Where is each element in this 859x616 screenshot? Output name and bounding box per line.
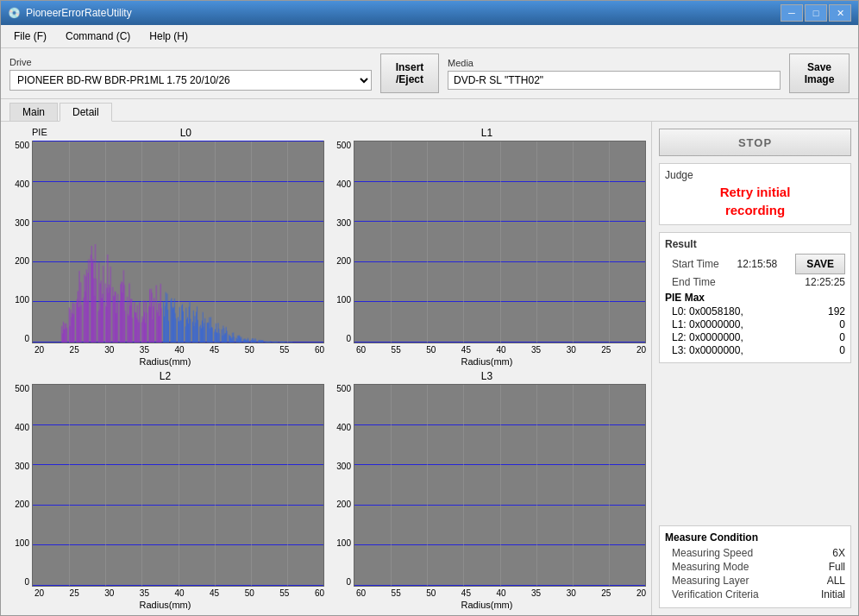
chart-l0: PIE L0 500 400 300 200 100 0 [6, 127, 324, 367]
chart-l1-plot [354, 141, 646, 343]
start-time-val: 12:15:58 [737, 258, 778, 270]
media-group: Media DVD-R SL "TTH02" [448, 58, 781, 90]
end-time-val: 12:25:25 [805, 276, 845, 288]
verification-criteria-key: Verification Criteria [665, 588, 759, 600]
pie-max-l2-row: L2: 0x0000000, 0 [665, 331, 845, 343]
end-time-row: End Time 12:25:25 [665, 276, 845, 288]
pie-max-l3-val: 0 [839, 344, 845, 356]
sidebar: STOP Judge Retry initialrecording Result… [651, 122, 858, 615]
media-label: Media [448, 58, 781, 68]
judge-label: Judge [665, 169, 845, 181]
measuring-layer-key: Measuring Layer [665, 575, 749, 587]
title-bar-left: 💿 PioneerErrorRateUtility [8, 7, 132, 19]
start-time-key: Start Time [665, 258, 719, 270]
measuring-speed-key: Measuring Speed [665, 547, 753, 559]
drive-label: Drive [9, 57, 372, 67]
chart-l1-x-label: Radius(mm) [328, 356, 646, 367]
measuring-speed-row: Measuring Speed 6X [665, 547, 845, 559]
chart-l0-x-label: Radius(mm) [6, 356, 324, 367]
measure-section: Measure Condition Measuring Speed 6X Mea… [659, 525, 851, 608]
media-value: DVD-R SL "TTH02" [448, 71, 781, 90]
menu-command[interactable]: Command (C) [56, 27, 140, 46]
start-time-row: Start Time 12:15:58 SAVE [665, 254, 845, 274]
pie-max-l3-row: L3: 0x0000000, 0 [665, 344, 845, 356]
chart-l3-x-axis: 60 55 50 45 40 35 30 25 20 [356, 588, 646, 598]
pie-max-l2-val: 0 [839, 331, 845, 343]
tab-detail[interactable]: Detail [60, 103, 112, 122]
chart-l1-x-axis-area: 60 55 50 45 40 35 30 25 20 [328, 345, 646, 355]
chart-l3-y-axis: 500 400 300 200 100 0 [328, 384, 354, 587]
chart-l2-title: L2 [6, 370, 324, 382]
minimize-button[interactable]: ─ [781, 4, 803, 22]
pie-max-l2-addr: L2: 0x0000000, [672, 331, 743, 343]
window-icon: 💿 [8, 7, 21, 19]
chart-l2-x-axis: 20 25 30 35 40 45 50 55 60 [34, 588, 324, 598]
menu-help[interactable]: Help (H) [140, 27, 198, 46]
chart-l3-x-label: Radius(mm) [328, 600, 646, 610]
judge-section: Judge Retry initialrecording [659, 163, 851, 225]
pie-max-l1-val: 0 [839, 318, 845, 330]
chart-l1-title: L1 [328, 127, 646, 139]
chart-l2-plot [32, 384, 324, 587]
judge-value: Retry initialrecording [665, 183, 845, 219]
chart-l2-x-label: Radius(mm) [6, 600, 324, 610]
pie-max-l0-addr: L0: 0x0058180, [672, 305, 743, 317]
main-window: 💿 PioneerErrorRateUtility ─ □ ✕ File (F)… [0, 0, 859, 616]
chart-l3-plot [354, 384, 646, 587]
title-bar-controls: ─ □ ✕ [781, 4, 851, 22]
result-label: Result [665, 238, 845, 250]
chart-l0-plot [32, 141, 324, 343]
chart-l0-title: PIE L0 [6, 127, 324, 139]
drive-group: Drive PIONEER BD-RW BDR-PR1ML 1.75 20/10… [9, 57, 372, 91]
menu-file[interactable]: File (F) [4, 27, 56, 46]
measuring-layer-val: ALL [827, 575, 845, 587]
maximize-button[interactable]: □ [805, 4, 827, 22]
result-section: Result Start Time 12:15:58 SAVE End Time… [659, 232, 851, 363]
menu-bar: File (F) Command (C) Help (H) [1, 25, 858, 48]
verification-criteria-val: Initial [821, 588, 845, 600]
chart-l0-canvas [33, 141, 323, 343]
toolbar: Drive PIONEER BD-RW BDR-PR1ML 1.75 20/10… [1, 48, 858, 99]
save-button[interactable]: SAVE [795, 254, 845, 274]
pie-max-l1-row: L1: 0x0000000, 0 [665, 318, 845, 330]
insert-eject-button[interactable]: Insert/Eject [380, 53, 439, 93]
charts-area: PIE L0 500 400 300 200 100 0 [1, 122, 651, 615]
chart-l2-inner: 500 400 300 200 100 0 [6, 384, 324, 587]
chart-l2-y-axis: 500 400 300 200 100 0 [6, 384, 32, 587]
chart-l3-title: L3 [328, 370, 646, 382]
chart-l3: L3 500 400 300 200 100 0 [328, 370, 646, 610]
end-time-key: End Time [665, 276, 716, 288]
measuring-mode-key: Measuring Mode [665, 561, 749, 573]
chart-l1-y-axis: 500 400 300 200 100 0 [328, 141, 354, 343]
chart-l3-inner: 500 400 300 200 100 0 [328, 384, 646, 587]
main-content: PIE L0 500 400 300 200 100 0 [1, 122, 858, 615]
tab-bar: Main Detail [1, 99, 858, 122]
chart-l1-inner: 500 400 300 200 100 0 [328, 141, 646, 343]
chart-l2: L2 500 400 300 200 100 0 [6, 370, 324, 610]
pie-max-l0-row: L0: 0x0058180, 192 [665, 305, 845, 317]
title-bar: 💿 PioneerErrorRateUtility ─ □ ✕ [1, 1, 858, 25]
stop-button[interactable]: STOP [659, 129, 851, 156]
measuring-mode-val: Full [829, 561, 845, 573]
measuring-speed-val: 6X [832, 547, 845, 559]
chart-l0-x-axis: 20 25 30 35 40 45 50 55 60 [34, 345, 324, 355]
measuring-mode-row: Measuring Mode Full [665, 561, 845, 573]
chart-l1: L1 500 400 300 200 100 0 [328, 127, 646, 367]
drive-select[interactable]: PIONEER BD-RW BDR-PR1ML 1.75 20/10/26 [9, 70, 372, 91]
pie-label: PIE [32, 127, 47, 137]
chart-l3-x-axis-area: 60 55 50 45 40 35 30 25 20 [328, 588, 646, 598]
pie-max-section: PIE Max L0: 0x0058180, 192 L1: 0x0000000… [665, 292, 845, 356]
tab-main[interactable]: Main [9, 103, 58, 121]
chart-l0-x-axis-area: 20 25 30 35 40 45 50 55 60 [6, 345, 324, 355]
chart-l0-y-axis: 500 400 300 200 100 0 [6, 141, 32, 343]
pie-max-l1-addr: L1: 0x0000000, [672, 318, 743, 330]
save-image-button[interactable]: SaveImage [789, 53, 850, 93]
chart-l0-inner: 500 400 300 200 100 0 [6, 141, 324, 343]
pie-max-l0-val: 192 [828, 305, 845, 317]
measuring-layer-row: Measuring Layer ALL [665, 575, 845, 587]
chart-l1-x-axis: 60 55 50 45 40 35 30 25 20 [356, 345, 646, 355]
close-button[interactable]: ✕ [829, 4, 851, 22]
verification-criteria-row: Verification Criteria Initial [665, 588, 845, 600]
window-title: PioneerErrorRateUtility [26, 7, 132, 19]
pie-max-label: PIE Max [665, 292, 845, 304]
